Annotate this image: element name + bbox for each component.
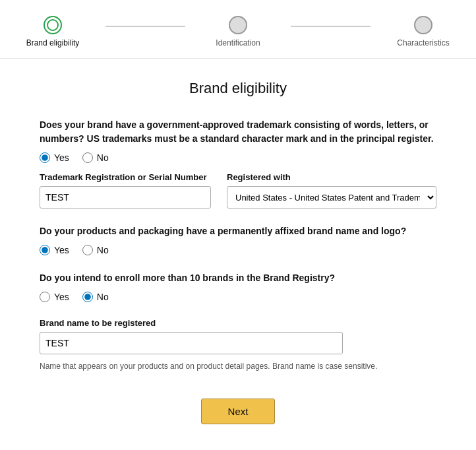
q1-yes-label: Yes — [54, 152, 69, 163]
stepper: Brand eligibility Identification Charact… — [0, 0, 476, 59]
registered-with-select[interactable]: United States - United States Patent and… — [227, 186, 436, 209]
registered-with-label: Registered with — [227, 172, 436, 182]
next-button[interactable]: Next — [201, 399, 276, 424]
q1-text: Does your brand have a government-approv… — [40, 118, 436, 146]
section-q3: Do you intend to enroll more than 10 bra… — [40, 271, 436, 302]
section-q2: Do your products and packaging have a pe… — [40, 224, 436, 255]
brand-name-label: Brand name to be registered — [40, 318, 436, 328]
brand-name-hint: Name that appears on your products and o… — [40, 361, 436, 372]
step-connector-2 — [291, 26, 371, 27]
q3-radio-group: Yes No — [40, 292, 436, 302]
q1-no-option[interactable]: No — [82, 152, 109, 163]
step-brand-eligibility: Brand eligibility — [0, 16, 105, 48]
trademark-form-row: Trademark Registration or Serial Number … — [40, 172, 436, 209]
q1-radio-group: Yes No — [40, 152, 436, 163]
q2-text: Do your products and packaging have a pe… — [40, 224, 436, 238]
brand-name-field: Brand name to be registered Name that ap… — [40, 318, 436, 372]
q3-yes-label: Yes — [54, 292, 69, 302]
q3-no-radio[interactable] — [82, 292, 93, 302]
brand-name-input[interactable] — [40, 332, 343, 354]
q1-no-label: No — [97, 152, 109, 163]
q2-yes-option[interactable]: Yes — [40, 245, 69, 255]
step-connector-1 — [105, 26, 185, 27]
q2-no-radio[interactable] — [82, 245, 93, 255]
step-label-identification: Identification — [216, 38, 260, 48]
section-brand-name: Brand name to be registered Name that ap… — [40, 318, 436, 372]
step-characteristics: Characteristics — [371, 16, 476, 48]
step-circle-brand-eligibility — [44, 16, 62, 34]
q3-text: Do you intend to enroll more than 10 bra… — [40, 271, 436, 285]
q2-radio-group: Yes No — [40, 245, 436, 255]
q1-yes-option[interactable]: Yes — [40, 152, 69, 163]
trademark-number-field: Trademark Registration or Serial Number — [40, 172, 211, 209]
q3-no-label: No — [97, 292, 109, 302]
step-identification: Identification — [185, 16, 291, 48]
q2-no-option[interactable]: No — [82, 245, 109, 255]
registered-with-field: Registered with United States - United S… — [227, 172, 436, 209]
trademark-number-label: Trademark Registration or Serial Number — [40, 172, 211, 182]
main-content: Brand eligibility Does your brand have a… — [0, 59, 476, 450]
trademark-number-input[interactable] — [40, 186, 211, 209]
page-title: Brand eligibility — [40, 80, 436, 97]
q1-yes-radio[interactable] — [40, 152, 50, 163]
step-circle-characteristics — [414, 16, 432, 34]
q2-yes-radio[interactable] — [40, 245, 50, 255]
footer: Next — [40, 399, 436, 450]
q1-no-radio[interactable] — [82, 152, 93, 163]
q3-no-option[interactable]: No — [82, 292, 109, 302]
q3-yes-option[interactable]: Yes — [40, 292, 69, 302]
step-label-characteristics: Characteristics — [397, 38, 449, 48]
q3-yes-radio[interactable] — [40, 292, 50, 302]
step-circle-identification — [229, 16, 247, 34]
q2-yes-label: Yes — [54, 245, 69, 255]
q2-no-label: No — [97, 245, 109, 255]
step-label-brand-eligibility: Brand eligibility — [26, 38, 80, 48]
section-q1: Does your brand have a government-approv… — [40, 118, 436, 209]
